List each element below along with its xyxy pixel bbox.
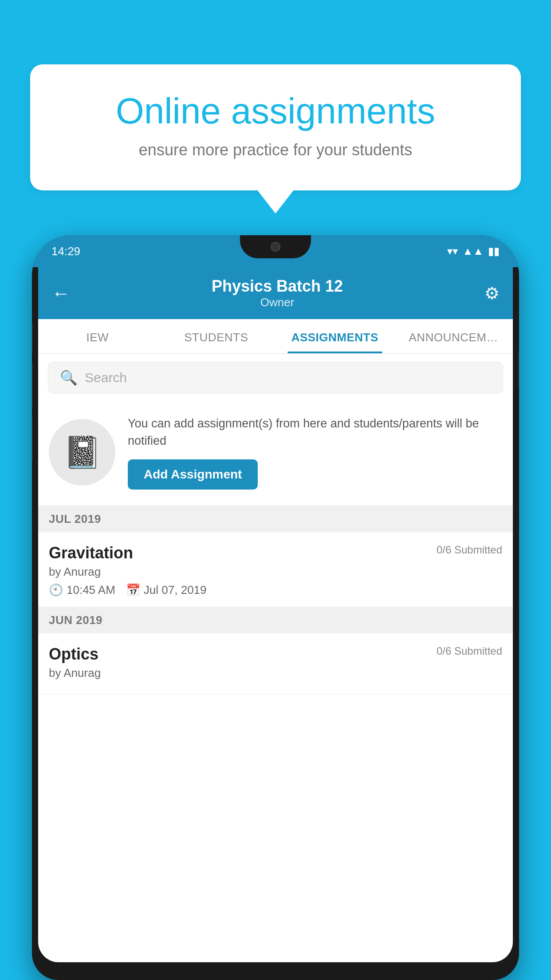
search-placeholder: Search xyxy=(85,370,127,385)
search-icon: 🔍 xyxy=(60,369,78,386)
assignment-item-optics[interactable]: Optics 0/6 Submitted by Anurag xyxy=(38,633,513,695)
assignment-submitted-optics: 0/6 Submitted xyxy=(437,645,502,657)
search-bar[interactable]: 🔍 Search xyxy=(48,362,503,394)
assignment-name: Gravitation xyxy=(49,544,133,562)
clock-icon: 🕙 xyxy=(49,583,63,597)
volume-down-button xyxy=(32,417,33,462)
header-title: Physics Batch 12 xyxy=(212,277,343,296)
tab-assignments[interactable]: ASSIGNMENTS xyxy=(276,319,394,353)
meta-time: 🕙 10:45 AM xyxy=(49,583,115,597)
assignment-meta: 🕙 10:45 AM 📅 Jul 07, 2019 xyxy=(49,583,502,597)
volume-mute-button xyxy=(32,324,33,351)
calendar-icon: 📅 xyxy=(126,583,140,597)
status-bar: 14:29 ▾▾ ▲▲ ▮▮ xyxy=(32,235,519,267)
header-center: Physics Batch 12 Owner xyxy=(212,277,343,309)
app-header: ← Physics Batch 12 Owner ⚙ xyxy=(38,267,513,319)
power-button xyxy=(518,351,519,386)
phone-screen: ← Physics Batch 12 Owner ⚙ IEW STUDENTS … xyxy=(38,267,513,962)
assignment-submitted: 0/6 Submitted xyxy=(437,544,502,556)
promo-block: 📓 You can add assignment(s) from here an… xyxy=(38,402,513,506)
search-bar-wrap: 🔍 Search xyxy=(38,354,513,402)
section-header-jun: JUN 2019 xyxy=(38,607,513,633)
assignment-time: 10:45 AM xyxy=(67,583,115,597)
wifi-icon: ▾▾ xyxy=(447,245,458,257)
status-icons: ▾▾ ▲▲ ▮▮ xyxy=(447,245,500,257)
assignment-name-optics: Optics xyxy=(49,645,98,664)
add-assignment-button[interactable]: Add Assignment xyxy=(128,459,258,490)
section-header-jul: JUL 2019 xyxy=(38,506,513,532)
volume-up-button xyxy=(32,364,33,408)
settings-button[interactable]: ⚙ xyxy=(484,284,500,303)
signal-icon: ▲▲ xyxy=(462,245,484,257)
tab-iew[interactable]: IEW xyxy=(38,319,157,353)
assignment-top: Gravitation 0/6 Submitted xyxy=(49,544,502,562)
notch xyxy=(240,235,311,258)
assignment-by: by Anurag xyxy=(49,565,502,579)
back-button[interactable]: ← xyxy=(51,283,70,304)
speech-bubble-card: Online assignments ensure more practice … xyxy=(30,64,521,190)
header-subtitle: Owner xyxy=(212,296,343,309)
tab-announcements[interactable]: ANNOUNCEM… xyxy=(394,319,513,353)
assignment-top-optics: Optics 0/6 Submitted xyxy=(49,645,502,664)
tab-bar: IEW STUDENTS ASSIGNMENTS ANNOUNCEM… xyxy=(38,319,513,354)
phone-frame: 14:29 ▾▾ ▲▲ ▮▮ ← Physics Batch 12 Owner … xyxy=(32,235,519,980)
assignment-by-optics: by Anurag xyxy=(49,666,502,680)
assignment-date: Jul 07, 2019 xyxy=(144,583,207,597)
assignment-item[interactable]: Gravitation 0/6 Submitted by Anurag 🕙 10… xyxy=(38,532,513,607)
status-time: 14:29 xyxy=(51,245,80,258)
promo-text-area: You can add assignment(s) from here and … xyxy=(128,415,502,490)
meta-date: 📅 Jul 07, 2019 xyxy=(126,583,207,597)
bubble-title: Online assignments xyxy=(61,91,490,131)
promo-icon-circle: 📓 xyxy=(49,419,115,486)
tab-students[interactable]: STUDENTS xyxy=(157,319,276,353)
promo-description: You can add assignment(s) from here and … xyxy=(128,415,502,450)
front-camera xyxy=(271,242,280,252)
bubble-subtitle: ensure more practice for your students xyxy=(61,141,490,159)
notebook-icon: 📓 xyxy=(63,434,102,470)
battery-icon: ▮▮ xyxy=(488,245,500,257)
